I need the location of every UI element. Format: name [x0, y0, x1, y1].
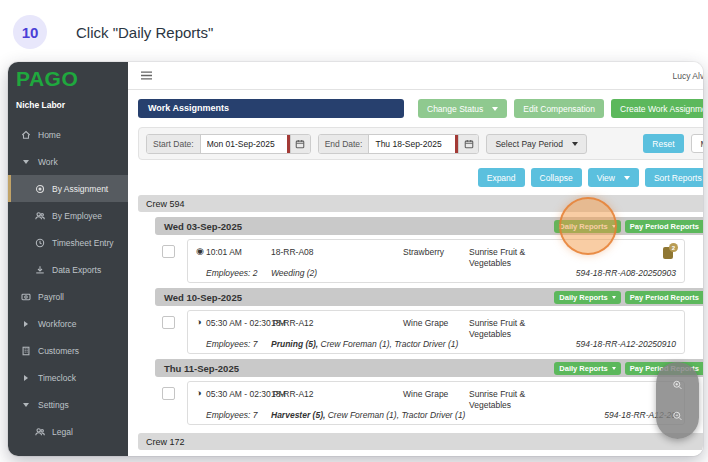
daily-reports-button[interactable]: Daily Reports: [554, 291, 620, 304]
more-button[interactable]: More: [691, 134, 703, 153]
date-group-header[interactable]: Wed 03-Sep-2025Daily ReportsPay Period R…: [155, 217, 703, 235]
pago-logo: PAGO: [8, 62, 128, 91]
end-date-group: End Date:: [318, 134, 480, 154]
sidebar-item-data-exports[interactable]: Data Exports: [8, 256, 128, 283]
zoom-out-button[interactable]: [672, 410, 683, 421]
date-group: Wed 10-Sep-2025Daily ReportsPay Period R…: [155, 288, 703, 354]
pay-period-reports-button[interactable]: Pay Period Reports: [625, 220, 703, 233]
view-button[interactable]: View: [588, 168, 639, 187]
sidebar-item-label: Data Exports: [52, 265, 101, 275]
sidebar-item-label: By Assignment: [52, 184, 108, 194]
assignment-card[interactable]: ◉10:01 AM18-RR-A08StrawberrySunrise Frui…: [187, 239, 685, 283]
chevron-down-icon: [612, 225, 616, 228]
button-label: Daily Reports: [559, 293, 607, 302]
sidebar-item-home[interactable]: Home: [8, 121, 128, 148]
chevron-down-icon: [572, 142, 578, 146]
floating-zoom-controls: [656, 362, 699, 439]
row-checkbox[interactable]: [162, 316, 175, 329]
sidebar-item-legal[interactable]: Legal: [8, 418, 128, 445]
date-label: Wed 10-Sep-2025: [164, 292, 242, 303]
change-status-button[interactable]: Change Status: [418, 99, 507, 118]
sidebar-item-label: By Employee: [52, 211, 102, 221]
sidebar-item-label: Customers: [38, 346, 79, 356]
task-list: Harvester (5), Crew Foreman (1), Tractor…: [271, 410, 465, 420]
chevron-down-icon: [492, 107, 498, 111]
assignment-row: ◉10:01 AM18-RR-A08StrawberrySunrise Frui…: [155, 239, 703, 283]
zoom-in-button[interactable]: [672, 380, 683, 391]
download-icon: [34, 264, 45, 275]
end-date-input[interactable]: [369, 135, 455, 153]
sidebar: PAGO Niche Labor HomeWorkBy AssignmentBy…: [8, 62, 128, 456]
caret-down-icon: [20, 156, 31, 167]
select-pay-period-dropdown[interactable]: Select Pay Period: [486, 134, 587, 154]
users-icon: [34, 210, 45, 221]
zoom-in-icon: [672, 380, 683, 391]
assignment-card[interactable]: ◑05:30 AM - 02:30 PM18-RR-A12Wine GrapeS…: [187, 381, 685, 425]
chevron-down-icon: [624, 176, 630, 180]
date-label: Thu 11-Sep-2025: [164, 363, 239, 374]
daily-reports-button[interactable]: Daily Reports: [554, 220, 620, 233]
start-date-input[interactable]: [201, 135, 287, 153]
users-icon: [34, 426, 45, 437]
collapse-button[interactable]: Collapse: [531, 168, 582, 187]
sidebar-item-by-employee[interactable]: By Employee: [8, 202, 128, 229]
status-icon: ◉: [196, 246, 204, 256]
block-id: 18-RR-A08: [271, 247, 314, 257]
building-icon: [20, 345, 31, 356]
employee-count: Employees: 7: [206, 410, 258, 420]
assignment-card[interactable]: ◑05:30 AM - 02:30 PM18-RR-A12Wine GrapeS…: [187, 310, 685, 354]
sidebar-item-settings[interactable]: Settings: [8, 391, 128, 418]
crop-name: Wine Grape: [403, 389, 448, 399]
main-area: Lucy Alvarado Work Assignments Change St…: [128, 62, 703, 456]
button-label: Edit Compensation: [523, 104, 595, 114]
sidebar-item-payroll[interactable]: Payroll: [8, 283, 128, 310]
chevron-down-icon: [612, 296, 616, 299]
sidebar-item-label: Workforce: [38, 319, 77, 329]
notes-badge[interactable]: 2: [662, 243, 678, 259]
app-window: PAGO Niche Labor HomeWorkBy AssignmentBy…: [8, 62, 703, 456]
start-date-label: Start Date:: [147, 135, 201, 153]
row-checkbox[interactable]: [162, 387, 175, 400]
sidebar-item-label: Home: [38, 130, 61, 140]
status-icon: ◑: [196, 317, 201, 327]
job-id: 594-18-RR-A08-20250903: [576, 268, 676, 278]
start-date-calendar-button[interactable]: [290, 135, 310, 153]
crew-header[interactable]: Crew 172: [138, 433, 703, 450]
sidebar-item-customers[interactable]: Customers: [8, 337, 128, 364]
user-menu[interactable]: Lucy Alvarado: [673, 71, 703, 81]
button-label: Sort Reports By: [654, 173, 703, 183]
daily-reports-button[interactable]: Daily Reports: [554, 362, 620, 375]
step-title: Click "Daily Reports": [76, 24, 213, 41]
pay-period-reports-button[interactable]: Pay Period Reports: [625, 291, 703, 304]
crew-header[interactable]: Crew 594: [138, 195, 703, 212]
hamburger-icon[interactable]: [141, 70, 152, 81]
sidebar-item-timesheet-entry[interactable]: Timesheet Entry: [8, 229, 128, 256]
sort-reports-by-button[interactable]: Sort Reports By: [645, 168, 703, 187]
sidebar-item-label: Legal: [52, 427, 73, 437]
button-label: Change Status: [427, 104, 483, 114]
sidebar-item-label: Timesheet Entry: [52, 238, 114, 248]
date-group-header[interactable]: Thu 11-Sep-2025Daily ReportsPay Period R…: [155, 359, 703, 377]
sidebar-item-workforce[interactable]: Workforce: [8, 310, 128, 337]
customer-name: Sunrise Fruit & Vegetables: [469, 247, 564, 270]
sidebar-item-by-assignment[interactable]: By Assignment: [8, 175, 128, 202]
end-date-label: End Date:: [319, 135, 370, 153]
expand-button[interactable]: Expand: [478, 168, 525, 187]
edit-compensation-button[interactable]: Edit Compensation: [514, 99, 604, 118]
date-label: Wed 03-Sep-2025: [164, 221, 242, 232]
sidebar-item-timeclock[interactable]: Timeclock: [8, 364, 128, 391]
sidebar-item-label: Payroll: [38, 292, 64, 302]
filter-panel: Start Date: End Date: Select Pay Period …: [138, 127, 703, 160]
org-name: Niche Labor: [8, 91, 128, 121]
row-checkbox[interactable]: [162, 245, 175, 258]
end-date-calendar-button[interactable]: [458, 135, 478, 153]
button-label: Daily Reports: [559, 222, 607, 231]
create-work-assignment-button[interactable]: Create Work Assignment: [611, 99, 703, 118]
employee-count: Employees: 2: [206, 268, 258, 278]
badge-count: 2: [669, 243, 678, 252]
employee-count: Employees: 7: [206, 339, 258, 349]
sidebar-item-work[interactable]: Work: [8, 148, 128, 175]
date-group-header[interactable]: Wed 10-Sep-2025Daily ReportsPay Period R…: [155, 288, 703, 306]
reset-button[interactable]: Reset: [643, 134, 683, 153]
button-label: Daily Reports: [559, 364, 607, 373]
